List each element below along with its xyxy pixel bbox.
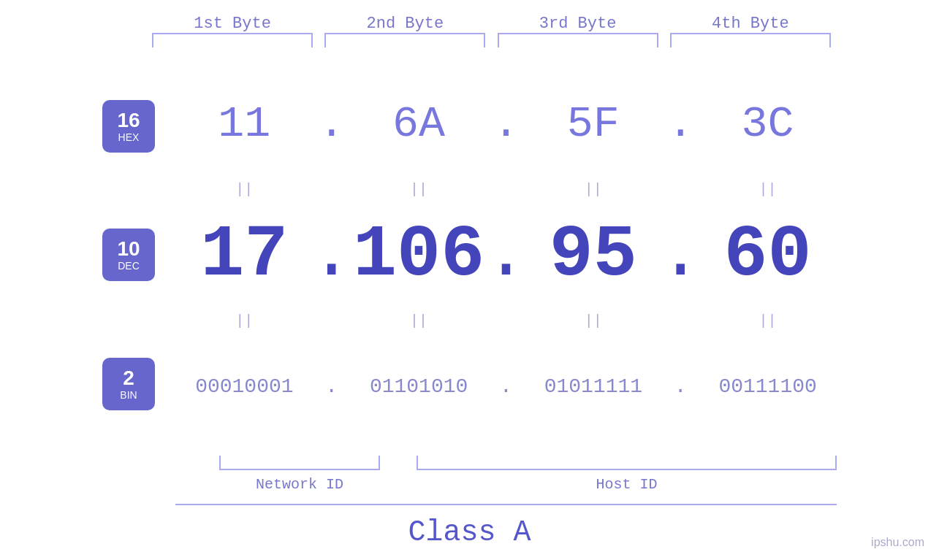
byte2-dec-val: 106: [353, 201, 484, 310]
bottom-brackets-section: Network ID Host ID: [102, 456, 837, 493]
byte4-stack: 3C || 60 || 00111100: [699, 55, 837, 456]
watermark: ipshu.com: [871, 536, 924, 549]
byte1-header: 1st Byte: [152, 15, 313, 33]
byte3-bin-val: 01011111: [544, 331, 642, 441]
dec-badge-num: 10: [117, 239, 140, 259]
hex-badge: 16 HEX: [102, 100, 155, 153]
bracket-bottom-network: [219, 456, 380, 470]
data-grid: 11 || 17 || 00010001 . . .: [175, 55, 837, 456]
dec-badge-label: DEC: [118, 261, 140, 271]
byte4-hex-val: 3C: [742, 69, 794, 179]
byte4-dec-val: 60: [724, 201, 812, 310]
dec-badge: 10 DEC: [102, 229, 155, 281]
byte3-eq1: ||: [585, 179, 602, 201]
byte3-eq2: ||: [585, 310, 602, 331]
byte4-eq1: ||: [759, 179, 777, 201]
byte1-hex-val: 11: [218, 69, 270, 179]
byte2-eq2: ||: [410, 310, 427, 331]
bracket-bottom-host: [417, 456, 837, 470]
hex-badge-label: HEX: [118, 132, 140, 142]
byte3-header: 3rd Byte: [498, 15, 658, 33]
byte3-dec-val: 95: [550, 201, 637, 310]
byte2-bin-val: 01101010: [370, 331, 468, 441]
byte1-eq1: ||: [235, 179, 253, 201]
bracket-top-4: [670, 33, 831, 47]
bin-badge-num: 2: [123, 368, 134, 388]
byte2-stack: 6A || 106 || 01101010: [350, 55, 488, 456]
byte1-bin-val: 00010001: [195, 331, 293, 441]
badges-column: 16 HEX 10 DEC 2 BIN: [102, 55, 175, 456]
dot2-stack: . . .: [488, 55, 525, 456]
bracket-top-1: [152, 33, 313, 47]
byte3-hex-val: 5F: [567, 69, 620, 179]
main-container: 1st Byte 2nd Byte 3rd Byte 4th Byte 16 H…: [0, 0, 939, 560]
byte1-dec-val: 17: [200, 201, 288, 310]
bracket-top-2: [324, 33, 485, 47]
network-id-label: Network ID: [219, 476, 380, 493]
hex-badge-num: 16: [117, 110, 140, 131]
byte-headers-row: 1st Byte 2nd Byte 3rd Byte 4th Byte: [102, 0, 837, 33]
byte2-eq1: ||: [410, 179, 427, 201]
dot3-stack: . . .: [662, 55, 699, 456]
byte4-eq2: ||: [759, 310, 777, 331]
byte1-stack: 11 || 17 || 00010001: [175, 55, 313, 456]
byte4-header: 4th Byte: [670, 15, 831, 33]
class-divider-line: [175, 504, 837, 505]
bracket-top-3: [498, 33, 658, 47]
host-id-label: Host ID: [417, 476, 837, 493]
byte2-hex-val: 6A: [392, 69, 445, 179]
dot1-stack: . . .: [313, 55, 350, 456]
bin-badge-label: BIN: [120, 390, 137, 400]
byte2-header: 2nd Byte: [324, 15, 485, 33]
bin-badge: 2 BIN: [102, 358, 155, 410]
byte3-stack: 5F || 95 || 01011111: [525, 55, 663, 456]
top-brackets-row: [102, 33, 837, 47]
byte1-eq2: ||: [235, 310, 253, 331]
class-label: Class A: [408, 516, 531, 549]
class-section: Class A: [102, 509, 837, 560]
byte4-bin-val: 00111100: [718, 331, 816, 441]
